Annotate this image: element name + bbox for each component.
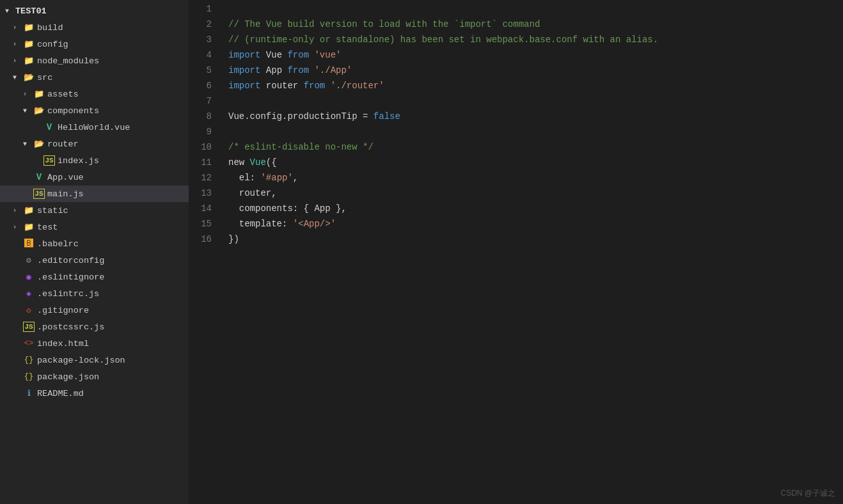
line-number: 16 <box>189 232 212 247</box>
sidebar-label-src: src <box>37 73 52 83</box>
expand-arrow: › <box>13 41 23 48</box>
sidebar-label-babelrc: .babelrc <box>37 239 79 249</box>
code-text[interactable]: // The Vue build version to load with th… <box>218 0 843 504</box>
eslint-circle-icon: ◉ <box>23 272 35 282</box>
sidebar-label-packagejson: package.json <box>37 372 99 382</box>
line-number: 9 <box>189 124 212 139</box>
line-number: 12 <box>189 170 212 185</box>
folder-open-icon: 📂 <box>23 72 35 83</box>
collapse-arrow: ▼ <box>5 8 15 15</box>
sidebar-item-router-index[interactable]: › JS index.js <box>0 152 189 169</box>
sidebar-item-readme[interactable]: › ℹ README.md <box>0 385 189 402</box>
html-icon: <> <box>23 339 35 348</box>
sidebar-item-components[interactable]: ▼ 📂 components <box>0 102 189 119</box>
sidebar-label-router: router <box>47 139 79 149</box>
line-numbers: 1 2 3 4 5 6 7 8 9 10 11 12 13 14 15 16 <box>189 0 218 504</box>
sidebar-label-main-js: main.js <box>47 189 84 199</box>
eslint-diamond-icon: ◈ <box>23 288 35 299</box>
sidebar-item-app-vue[interactable]: › V App.vue <box>0 169 189 185</box>
json-icon: {} <box>23 372 35 381</box>
line-number: 15 <box>189 216 212 232</box>
sidebar-item-config[interactable]: › 📁 config <box>0 36 189 52</box>
sidebar-item-babelrc[interactable]: › 🅱 .babelrc <box>0 235 189 252</box>
sidebar-label-router-index: index.js <box>58 156 99 166</box>
sidebar-item-helloworld-vue[interactable]: › V HelloWorld.vue <box>0 119 189 136</box>
line-number: 7 <box>189 93 212 109</box>
sidebar-item-packagelock[interactable]: › {} package-lock.json <box>0 352 189 368</box>
sidebar-item-packagejson[interactable]: › {} package.json <box>0 368 189 385</box>
expand-arrow: › <box>23 91 33 98</box>
sidebar-item-editorconfig[interactable]: › ⚙ .editorconfig <box>0 252 189 269</box>
sidebar-item-static[interactable]: › 📁 static <box>0 202 189 219</box>
line-number: 5 <box>189 63 212 78</box>
sidebar-label-components: components <box>47 106 99 116</box>
watermark: CSDN @子诚之 <box>780 488 835 499</box>
sidebar-label-eslintignore: .eslintignore <box>37 272 104 282</box>
vue-icon: V <box>33 172 45 182</box>
sidebar-item-node-modules[interactable]: › 📁 node_modules <box>0 52 189 69</box>
folder-icon: 📁 <box>23 205 35 216</box>
sidebar-label-assets: assets <box>47 90 79 99</box>
sidebar-label-readme: README.md <box>37 389 84 398</box>
sidebar-label-editorconfig: .editorconfig <box>37 256 104 265</box>
root-label: TEST01 <box>15 6 47 16</box>
folder-icon: 📁 <box>33 89 45 99</box>
sidebar-item-build[interactable]: › 📁 build <box>0 19 189 36</box>
sidebar-label-packagelock: package-lock.json <box>37 356 125 365</box>
line-number: 1 <box>189 1 212 17</box>
folder-icon: 📁 <box>23 22 35 33</box>
root-folder[interactable]: ▼ TEST01 <box>0 3 189 19</box>
line-number: 4 <box>189 47 212 63</box>
sidebar-item-assets[interactable]: › 📁 assets <box>0 86 189 102</box>
sidebar-item-gitignore[interactable]: › ◇ .gitignore <box>0 302 189 319</box>
collapse-arrow: ▼ <box>23 107 33 114</box>
folder-icon: 📁 <box>23 39 35 49</box>
babel-icon: 🅱 <box>23 239 35 249</box>
sidebar-item-eslintignore[interactable]: › ◉ .eslintignore <box>0 269 189 285</box>
sidebar-label-helloworld: HelloWorld.vue <box>58 123 130 132</box>
git-icon: ◇ <box>23 305 35 315</box>
sidebar-label-app-vue: App.vue <box>47 173 84 182</box>
code-editor: 1 2 3 4 5 6 7 8 9 10 11 12 13 14 15 16 /… <box>189 0 843 504</box>
sidebar-item-main-js[interactable]: › JS main.js <box>0 185 189 202</box>
expand-arrow: › <box>13 24 23 31</box>
line-number: 6 <box>189 78 212 93</box>
line-number: 3 <box>189 32 212 47</box>
line-number: 8 <box>189 109 212 124</box>
folder-icon: 📁 <box>23 56 35 66</box>
sidebar-label-static: static <box>37 206 68 216</box>
sidebar-label-node-modules: node_modules <box>37 56 99 66</box>
sidebar-item-eslintrc[interactable]: › ◈ .eslintrc.js <box>0 285 189 302</box>
json-icon: {} <box>23 356 35 365</box>
sidebar-item-router[interactable]: ▼ 📂 router <box>0 136 189 152</box>
sidebar-item-indexhtml[interactable]: › <> index.html <box>0 335 189 352</box>
line-number: 2 <box>189 17 212 32</box>
folder-open-icon: 📂 <box>33 106 45 116</box>
folder-icon: 📁 <box>23 222 35 232</box>
js-icon: JS <box>23 322 35 332</box>
expand-arrow: › <box>13 207 23 214</box>
folder-open-icon: 📂 <box>33 139 45 149</box>
sidebar-item-test[interactable]: › 📁 test <box>0 219 189 235</box>
sidebar-item-postcssrc[interactable]: › JS .postcssrc.js <box>0 319 189 335</box>
sidebar-label-test: test <box>37 223 58 232</box>
collapse-arrow: ▼ <box>23 141 33 148</box>
info-icon: ℹ <box>23 388 35 398</box>
sidebar-label-postcssrc: .postcssrc.js <box>37 322 104 332</box>
sidebar-item-src[interactable]: ▼ 📂 src <box>0 69 189 86</box>
sidebar-label-config: config <box>37 40 68 49</box>
js-icon: JS <box>33 189 45 199</box>
vue-icon: V <box>43 122 55 132</box>
sidebar-label-eslintrc: .eslintrc.js <box>37 289 99 299</box>
js-icon: JS <box>43 155 55 166</box>
sidebar-label-indexhtml: index.html <box>37 339 89 349</box>
line-number: 14 <box>189 201 212 216</box>
line-number: 10 <box>189 139 212 155</box>
sidebar-label-build: build <box>37 23 63 33</box>
line-number: 13 <box>189 185 212 201</box>
expand-arrow: › <box>13 58 23 65</box>
gear-icon: ⚙ <box>23 255 35 265</box>
expand-arrow: › <box>13 224 23 231</box>
collapse-arrow: ▼ <box>13 74 23 81</box>
line-number: 11 <box>189 155 212 170</box>
